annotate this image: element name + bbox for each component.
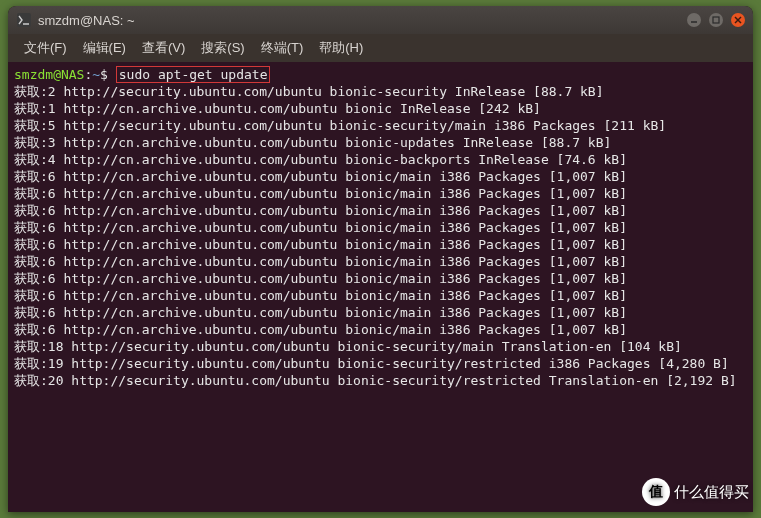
window-controls [687, 13, 745, 27]
titlebar[interactable]: smzdm@NAS: ~ [8, 6, 753, 34]
output-line: 获取:6 http://cn.archive.ubuntu.com/ubuntu… [14, 304, 747, 321]
output-line: 获取:6 http://cn.archive.ubuntu.com/ubuntu… [14, 168, 747, 185]
prompt-userhost: smzdm@NAS [14, 67, 84, 82]
command-text: sudo apt-get update [119, 67, 268, 82]
output-line: 获取:20 http://security.ubuntu.com/ubuntu … [14, 372, 747, 389]
prompt-path: ~ [92, 67, 100, 82]
menu-search[interactable]: 搜索(S) [195, 37, 250, 59]
watermark-badge-icon: 值 [642, 478, 670, 506]
output-line: 获取:6 http://cn.archive.ubuntu.com/ubuntu… [14, 321, 747, 338]
output-line: 获取:6 http://cn.archive.ubuntu.com/ubuntu… [14, 185, 747, 202]
command-highlight: sudo apt-get update [116, 66, 271, 83]
output-line: 获取:6 http://cn.archive.ubuntu.com/ubuntu… [14, 270, 747, 287]
window-title: smzdm@NAS: ~ [38, 13, 687, 28]
terminal-body[interactable]: smzdm@NAS:~$ sudo apt-get update 获取:2 ht… [8, 62, 753, 512]
output-line: 获取:6 http://cn.archive.ubuntu.com/ubuntu… [14, 253, 747, 270]
prompt-sep2: $ [100, 67, 108, 82]
close-button[interactable] [731, 13, 745, 27]
svg-rect-0 [17, 13, 31, 27]
prompt-line: smzdm@NAS:~$ sudo apt-get update [14, 66, 747, 83]
terminal-output: 获取:2 http://security.ubuntu.com/ubuntu b… [14, 83, 747, 389]
output-line: 获取:3 http://cn.archive.ubuntu.com/ubuntu… [14, 134, 747, 151]
output-line: 获取:6 http://cn.archive.ubuntu.com/ubuntu… [14, 287, 747, 304]
output-line: 获取:6 http://cn.archive.ubuntu.com/ubuntu… [14, 219, 747, 236]
terminal-icon [16, 12, 32, 28]
output-line: 获取:6 http://cn.archive.ubuntu.com/ubuntu… [14, 236, 747, 253]
menu-terminal[interactable]: 终端(T) [255, 37, 310, 59]
watermark-text: 什么值得买 [674, 483, 749, 502]
terminal-window: smzdm@NAS: ~ 文件(F) 编辑(E) 查看(V) 搜索(S) 终端(… [8, 6, 753, 512]
output-line: 获取:4 http://cn.archive.ubuntu.com/ubuntu… [14, 151, 747, 168]
minimize-button[interactable] [687, 13, 701, 27]
output-line: 获取:5 http://security.ubuntu.com/ubuntu b… [14, 117, 747, 134]
maximize-button[interactable] [709, 13, 723, 27]
menu-file[interactable]: 文件(F) [18, 37, 73, 59]
output-line: 获取:6 http://cn.archive.ubuntu.com/ubuntu… [14, 202, 747, 219]
output-line: 获取:1 http://cn.archive.ubuntu.com/ubuntu… [14, 100, 747, 117]
menu-view[interactable]: 查看(V) [136, 37, 191, 59]
output-line: 获取:2 http://security.ubuntu.com/ubuntu b… [14, 83, 747, 100]
menu-edit[interactable]: 编辑(E) [77, 37, 132, 59]
output-line: 获取:19 http://security.ubuntu.com/ubuntu … [14, 355, 747, 372]
watermark: 值 什么值得买 [642, 478, 749, 506]
output-line: 获取:18 http://security.ubuntu.com/ubuntu … [14, 338, 747, 355]
menubar: 文件(F) 编辑(E) 查看(V) 搜索(S) 终端(T) 帮助(H) [8, 34, 753, 62]
menu-help[interactable]: 帮助(H) [313, 37, 369, 59]
svg-rect-2 [713, 17, 719, 23]
